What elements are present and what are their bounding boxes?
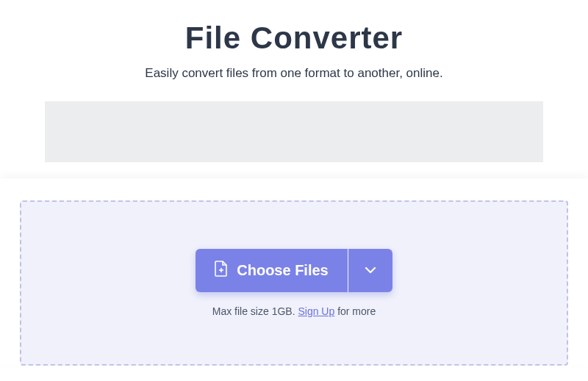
ad-placeholder [45, 101, 543, 162]
hint-prefix: Max file size 1GB. [212, 305, 298, 317]
page-subtitle: Easily convert files from one format to … [0, 66, 588, 81]
choose-files-dropdown-button[interactable] [348, 249, 392, 292]
choose-files-button-group: Choose Files [196, 249, 392, 292]
file-size-hint: Max file size 1GB. Sign Up for more [212, 305, 376, 317]
hint-suffix: for more [334, 305, 376, 317]
upload-panel: Choose Files Max file size 1GB. Sign Up … [0, 178, 588, 366]
page-title: File Converter [0, 21, 588, 56]
chevron-down-icon [365, 265, 376, 276]
choose-files-button[interactable]: Choose Files [196, 249, 347, 292]
file-add-icon [215, 261, 228, 280]
file-dropzone[interactable]: Choose Files Max file size 1GB. Sign Up … [20, 200, 568, 366]
choose-files-label: Choose Files [237, 262, 328, 279]
signup-link[interactable]: Sign Up [298, 305, 334, 317]
